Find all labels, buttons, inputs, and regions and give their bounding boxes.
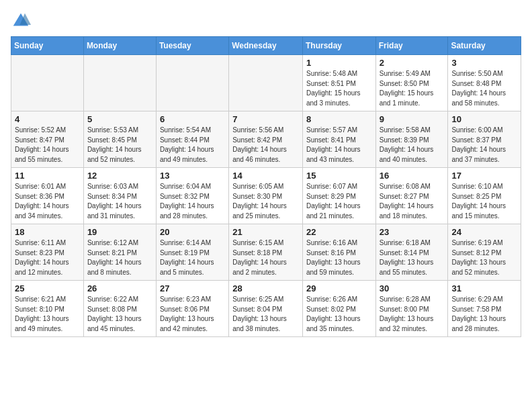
day-number: 21 [232,227,299,237]
calendar-cell: 13Sunrise: 6:04 AM Sunset: 8:32 PM Dayli… [156,168,228,224]
day-header-thursday: Thursday [302,37,375,55]
calendar-week-1: 1Sunrise: 5:48 AM Sunset: 8:51 PM Daylig… [11,55,521,111]
day-number: 8 [306,114,372,124]
calendar-cell: 29Sunrise: 6:26 AM Sunset: 8:02 PM Dayli… [302,281,375,337]
day-info: Sunrise: 6:05 AM Sunset: 8:30 PM Dayligh… [232,182,299,221]
day-number: 19 [87,227,152,237]
day-header-sunday: Sunday [11,37,84,55]
calendar-cell: 4Sunrise: 5:52 AM Sunset: 8:47 PM Daylig… [11,111,84,168]
day-number: 31 [451,283,517,293]
day-header-wednesday: Wednesday [229,37,303,55]
calendar-cell: 5Sunrise: 5:53 AM Sunset: 8:45 PM Daylig… [83,111,156,168]
day-number: 17 [451,171,517,181]
day-number: 26 [87,283,152,293]
calendar-week-3: 11Sunrise: 6:01 AM Sunset: 8:36 PM Dayli… [11,168,521,224]
calendar-cell [83,55,156,111]
calendar-cell: 22Sunrise: 6:16 AM Sunset: 8:16 PM Dayli… [302,224,375,281]
day-info: Sunrise: 6:08 AM Sunset: 8:27 PM Dayligh… [380,182,445,221]
day-number: 11 [15,171,80,181]
calendar-cell: 1Sunrise: 5:48 AM Sunset: 8:51 PM Daylig… [302,55,375,111]
day-info: Sunrise: 6:25 AM Sunset: 8:04 PM Dayligh… [232,295,299,334]
day-number: 18 [15,227,80,237]
day-info: Sunrise: 6:11 AM Sunset: 8:23 PM Dayligh… [15,238,80,277]
day-number: 7 [232,114,299,124]
calendar-header-row: SundayMondayTuesdayWednesdayThursdayFrid… [11,37,521,55]
calendar-week-2: 4Sunrise: 5:52 AM Sunset: 8:47 PM Daylig… [11,111,521,168]
day-info: Sunrise: 5:54 AM Sunset: 8:44 PM Dayligh… [160,126,225,165]
calendar-cell: 18Sunrise: 6:11 AM Sunset: 8:23 PM Dayli… [11,224,84,281]
day-number: 2 [380,58,445,68]
day-info: Sunrise: 5:48 AM Sunset: 8:51 PM Dayligh… [306,69,372,108]
day-header-saturday: Saturday [448,37,521,55]
calendar-week-5: 25Sunrise: 6:21 AM Sunset: 8:10 PM Dayli… [11,281,521,337]
calendar-cell: 7Sunrise: 5:56 AM Sunset: 8:42 PM Daylig… [229,111,303,168]
day-number: 20 [160,227,225,237]
calendar-cell: 24Sunrise: 6:19 AM Sunset: 8:12 PM Dayli… [448,224,521,281]
calendar-cell: 31Sunrise: 6:29 AM Sunset: 7:58 PM Dayli… [448,281,521,337]
day-header-monday: Monday [83,37,156,55]
day-number: 24 [451,227,517,237]
calendar-cell: 15Sunrise: 6:07 AM Sunset: 8:29 PM Dayli… [302,168,375,224]
calendar-cell: 12Sunrise: 6:03 AM Sunset: 8:34 PM Dayli… [83,168,156,224]
day-number: 3 [451,58,517,68]
logo [11,11,34,31]
day-number: 9 [380,114,445,124]
calendar-week-4: 18Sunrise: 6:11 AM Sunset: 8:23 PM Dayli… [11,224,521,281]
day-number: 16 [380,171,445,181]
day-info: Sunrise: 6:26 AM Sunset: 8:02 PM Dayligh… [306,295,372,334]
day-number: 12 [87,171,152,181]
day-info: Sunrise: 5:57 AM Sunset: 8:41 PM Dayligh… [306,126,372,165]
day-info: Sunrise: 5:56 AM Sunset: 8:42 PM Dayligh… [232,126,299,165]
calendar-cell: 10Sunrise: 6:00 AM Sunset: 8:37 PM Dayli… [448,111,521,168]
day-number: 15 [306,171,372,181]
calendar-cell: 23Sunrise: 6:18 AM Sunset: 8:14 PM Dayli… [375,224,448,281]
calendar-cell [229,55,303,111]
day-number: 4 [15,114,80,124]
calendar-cell: 8Sunrise: 5:57 AM Sunset: 8:41 PM Daylig… [302,111,375,168]
day-number: 28 [232,283,299,293]
day-number: 22 [306,227,372,237]
day-info: Sunrise: 6:23 AM Sunset: 8:06 PM Dayligh… [160,295,225,334]
day-info: Sunrise: 5:53 AM Sunset: 8:45 PM Dayligh… [87,126,152,165]
day-info: Sunrise: 6:22 AM Sunset: 8:08 PM Dayligh… [87,295,152,334]
day-info: Sunrise: 6:03 AM Sunset: 8:34 PM Dayligh… [87,182,152,221]
day-number: 30 [380,283,445,293]
calendar-cell [11,55,84,111]
calendar-cell: 9Sunrise: 5:58 AM Sunset: 8:39 PM Daylig… [375,111,448,168]
day-info: Sunrise: 6:10 AM Sunset: 8:25 PM Dayligh… [451,182,517,221]
calendar-cell: 27Sunrise: 6:23 AM Sunset: 8:06 PM Dayli… [156,281,228,337]
day-number: 6 [160,114,225,124]
calendar-cell: 14Sunrise: 6:05 AM Sunset: 8:30 PM Dayli… [229,168,303,224]
day-info: Sunrise: 6:19 AM Sunset: 8:12 PM Dayligh… [451,238,517,277]
day-info: Sunrise: 6:07 AM Sunset: 8:29 PM Dayligh… [306,182,372,221]
day-number: 5 [87,114,152,124]
day-info: Sunrise: 6:28 AM Sunset: 8:00 PM Dayligh… [380,295,445,334]
day-number: 14 [232,171,299,181]
day-info: Sunrise: 6:18 AM Sunset: 8:14 PM Dayligh… [380,238,445,277]
day-info: Sunrise: 5:58 AM Sunset: 8:39 PM Dayligh… [380,126,445,165]
calendar: SundayMondayTuesdayWednesdayThursdayFrid… [11,36,521,337]
day-info: Sunrise: 5:50 AM Sunset: 8:48 PM Dayligh… [451,69,517,108]
calendar-cell: 3Sunrise: 5:50 AM Sunset: 8:48 PM Daylig… [448,55,521,111]
calendar-cell: 30Sunrise: 6:28 AM Sunset: 8:00 PM Dayli… [375,281,448,337]
day-info: Sunrise: 6:21 AM Sunset: 8:10 PM Dayligh… [15,295,80,334]
day-number: 27 [160,283,225,293]
day-info: Sunrise: 6:12 AM Sunset: 8:21 PM Dayligh… [87,238,152,277]
logo-icon [11,11,31,31]
day-info: Sunrise: 6:15 AM Sunset: 8:18 PM Dayligh… [232,238,299,277]
day-info: Sunrise: 6:01 AM Sunset: 8:36 PM Dayligh… [15,182,80,221]
day-number: 13 [160,171,225,181]
calendar-cell: 2Sunrise: 5:49 AM Sunset: 8:50 PM Daylig… [375,55,448,111]
day-header-friday: Friday [375,37,448,55]
day-info: Sunrise: 6:29 AM Sunset: 7:58 PM Dayligh… [451,295,517,334]
header [11,11,521,31]
day-info: Sunrise: 6:14 AM Sunset: 8:19 PM Dayligh… [160,238,225,277]
day-header-tuesday: Tuesday [156,37,228,55]
calendar-cell: 26Sunrise: 6:22 AM Sunset: 8:08 PM Dayli… [83,281,156,337]
day-info: Sunrise: 6:00 AM Sunset: 8:37 PM Dayligh… [451,126,517,165]
day-number: 29 [306,283,372,293]
calendar-cell: 25Sunrise: 6:21 AM Sunset: 8:10 PM Dayli… [11,281,84,337]
calendar-cell: 11Sunrise: 6:01 AM Sunset: 8:36 PM Dayli… [11,168,84,224]
calendar-cell: 17Sunrise: 6:10 AM Sunset: 8:25 PM Dayli… [448,168,521,224]
calendar-cell: 16Sunrise: 6:08 AM Sunset: 8:27 PM Dayli… [375,168,448,224]
